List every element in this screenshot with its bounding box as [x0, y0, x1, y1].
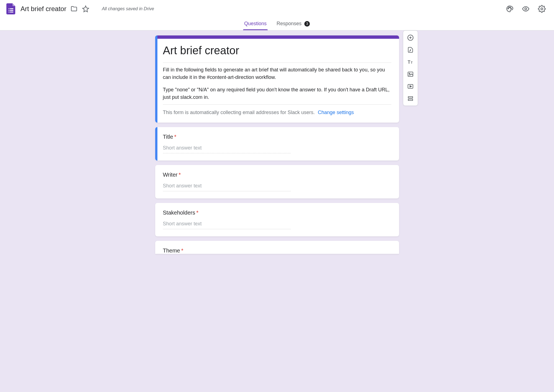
required-marker: *	[174, 134, 177, 140]
svg-marker-21	[410, 86, 412, 87]
import-questions-icon[interactable]	[406, 46, 415, 54]
collecting-notice-text: This form is automatically collecting em…	[163, 110, 315, 115]
svg-rect-1	[10, 8, 13, 9]
side-toolbar: TT	[403, 30, 418, 106]
form-header-card[interactable]: Art brief creator Fill in the following …	[155, 35, 399, 123]
answer-placeholder: Short answer text	[163, 221, 291, 229]
change-settings-link[interactable]: Change settings	[318, 110, 354, 115]
star-icon[interactable]	[82, 5, 90, 13]
settings-icon[interactable]	[538, 5, 546, 13]
palette-icon[interactable]	[506, 5, 514, 13]
add-image-icon[interactable]	[406, 70, 415, 78]
svg-rect-5	[10, 12, 13, 12]
responses-count-badge: 3	[304, 21, 310, 27]
app-header: Art brief creator All changes saved in D…	[0, 0, 554, 18]
preview-icon[interactable]	[522, 5, 530, 13]
add-question-icon[interactable]	[406, 33, 415, 42]
question-card-writer[interactable]: Writer* Short answer text	[155, 165, 399, 198]
svg-rect-2	[9, 10, 9, 11]
svg-point-7	[509, 7, 509, 8]
accent-left	[155, 127, 157, 161]
add-video-icon[interactable]	[406, 82, 415, 91]
folder-icon[interactable]	[70, 5, 78, 13]
answer-placeholder: Short answer text	[163, 183, 291, 191]
save-status: All changes saved in Drive	[102, 6, 154, 11]
question-label[interactable]: Theme*	[163, 247, 391, 254]
form-description-p2: Type "none" or "N/A" on any required fie…	[163, 86, 391, 101]
svg-point-10	[525, 8, 527, 10]
svg-rect-22	[408, 97, 413, 98]
svg-point-11	[541, 8, 543, 10]
question-card-theme[interactable]: Theme*	[155, 241, 399, 254]
forms-logo-icon[interactable]	[6, 3, 17, 14]
form-description-p1: Fill in the following fields to generate…	[163, 66, 391, 81]
tab-responses[interactable]: Responses 3	[275, 18, 311, 30]
svg-point-19	[409, 73, 410, 74]
svg-rect-23	[408, 99, 413, 100]
required-marker: *	[178, 172, 181, 178]
svg-text:T: T	[408, 60, 410, 65]
question-label[interactable]: Stakeholders*	[163, 210, 391, 216]
svg-point-9	[511, 8, 512, 9]
form-description[interactable]: Fill in the following fields to generate…	[163, 63, 391, 105]
answer-placeholder: Short answer text	[163, 145, 291, 153]
svg-point-6	[508, 8, 509, 9]
tab-responses-label: Responses	[277, 21, 302, 27]
document-title[interactable]: Art brief creator	[21, 5, 66, 13]
svg-rect-0	[9, 8, 9, 9]
accent-top	[155, 35, 399, 39]
header-left: Art brief creator All changes saved in D…	[6, 3, 506, 14]
form-canvas: Art brief creator Fill in the following …	[0, 30, 554, 392]
add-section-icon[interactable]	[406, 94, 415, 103]
tab-questions[interactable]: Questions	[243, 18, 268, 30]
svg-rect-4	[9, 12, 9, 12]
form-title[interactable]: Art brief creator	[163, 44, 391, 59]
svg-text:T: T	[411, 61, 413, 64]
accent-left	[155, 35, 157, 123]
svg-rect-3	[10, 10, 13, 11]
tab-questions-label: Questions	[244, 21, 267, 27]
question-label[interactable]: Writer*	[163, 172, 391, 178]
collecting-notice: This form is automatically collecting em…	[163, 110, 391, 115]
question-label[interactable]: Title*	[163, 134, 391, 140]
question-card-title[interactable]: Title* Short answer text	[155, 127, 399, 161]
svg-point-8	[510, 7, 511, 8]
required-marker: *	[196, 210, 198, 216]
add-title-icon[interactable]: TT	[406, 58, 415, 66]
form-wrap: Art brief creator Fill in the following …	[155, 35, 399, 254]
header-right	[506, 5, 548, 13]
question-card-stakeholders[interactable]: Stakeholders* Short answer text	[155, 203, 399, 236]
required-marker: *	[181, 247, 183, 254]
tabs-bar: Questions Responses 3	[0, 18, 554, 30]
